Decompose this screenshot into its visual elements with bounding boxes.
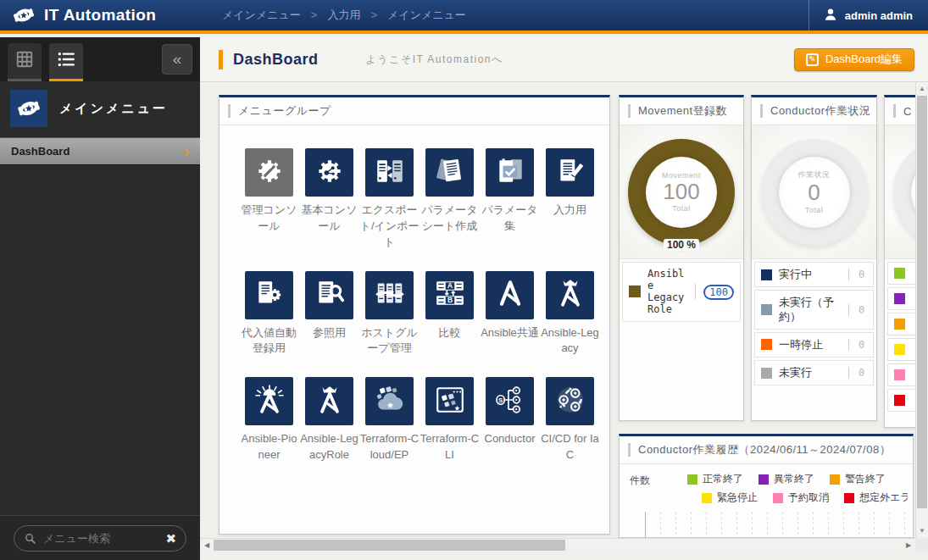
- chevron-right-icon: ›: [184, 144, 189, 159]
- history-legend-label: 予約取消: [788, 491, 829, 505]
- movement-legend-count: 100: [703, 285, 734, 300]
- grid-icon: [15, 50, 34, 72]
- sidebar-collapse-button[interactable]: «: [162, 44, 192, 75]
- menu-group-tile[interactable]: エクスポート/インポート: [359, 148, 420, 251]
- menu-group-tile[interactable]: Terraform-Cloud/EP: [359, 377, 420, 463]
- breadcrumb-item[interactable]: 入力用: [327, 8, 387, 23]
- menu-tile-label: パラメータ集: [480, 202, 540, 235]
- clipped-legend-row: [887, 262, 915, 285]
- menu-tile-label: 比較: [420, 325, 480, 341]
- conductor-history-title: Conductor作業履歴（2024/06/11～2024/07/08）: [638, 442, 891, 457]
- horizontal-scroll-thumb[interactable]: [214, 540, 565, 551]
- menu-tile-icon: [434, 155, 466, 191]
- menu-group-tile[interactable]: 管理コンソール: [239, 148, 299, 251]
- scroll-left-arrow-icon[interactable]: ◀: [201, 539, 213, 552]
- top-header: IT Automation メインメニュー入力用メインメニュー admin ad…: [0, 0, 928, 34]
- menu-tile-icon: [314, 155, 346, 191]
- status-legend-count: 0: [848, 367, 867, 379]
- menu-group-tile[interactable]: Ansible-LegacyRole: [299, 377, 359, 463]
- status-legend-count: 0: [848, 339, 867, 351]
- menu-tile-grid: 管理コンソール 基本コンソール エクスポート/インポート パラメータシート作成: [219, 125, 609, 463]
- menu-tile-label: 参照用: [299, 325, 359, 341]
- movement-total-value: 100: [663, 180, 699, 205]
- main-area: DashBoard ようこそIT Automationへ ✎ DashBoard…: [200, 37, 928, 560]
- scroll-up-arrow-icon[interactable]: ▲: [916, 83, 928, 95]
- clipped-donut-chart: [893, 139, 915, 246]
- menu-tile-icon: [314, 277, 346, 313]
- legend-color-swatch: [761, 269, 772, 280]
- menu-tile-icon: [434, 384, 466, 419]
- menu-group-tile[interactable]: 入力用: [540, 148, 600, 251]
- menu-group-tile[interactable]: S Conductor: [480, 377, 540, 463]
- scroll-down-arrow-icon[interactable]: ▼: [916, 525, 928, 537]
- menu-group-tile[interactable]: 代入値自動登録用: [239, 271, 299, 358]
- sidebar-search-area: ✖: [0, 515, 200, 560]
- menu-tile-icon: [314, 384, 346, 419]
- breadcrumb: メインメニュー入力用メインメニュー: [200, 8, 809, 23]
- history-legend-item: 異常終了: [759, 472, 814, 486]
- menu-tile-label: Ansible-Legacy: [540, 325, 600, 358]
- menu-tile-label: 代入値自動登録用: [239, 325, 299, 358]
- menu-tile-icon: [554, 155, 586, 191]
- sidebar-item-dashboard[interactable]: DashBoard ›: [0, 137, 200, 165]
- menu-tile-icon: AB: [434, 277, 466, 313]
- legend-color-swatch: [894, 369, 905, 380]
- menu-group-tile[interactable]: ホストグループ管理: [359, 271, 420, 358]
- menu-group-tile[interactable]: Ansible共通: [480, 271, 540, 358]
- legend-color-swatch: [894, 268, 905, 279]
- sidebar-tabbar: «: [0, 37, 200, 81]
- menu-group-tile[interactable]: 基本コンソール: [299, 148, 359, 251]
- menu-group-tile[interactable]: 参照用: [299, 271, 359, 358]
- scroll-right-arrow-icon[interactable]: ▶: [903, 539, 914, 552]
- status-legend-count: 0: [848, 304, 867, 316]
- tab-list-view[interactable]: [49, 43, 83, 81]
- horizontal-scrollbar[interactable]: ◀ ▶: [200, 538, 915, 552]
- menu-group-tile[interactable]: CI/CD for IaC: [540, 377, 600, 463]
- history-bar-chart-area: [645, 512, 913, 538]
- svg-text:S: S: [497, 396, 502, 404]
- breadcrumb-item[interactable]: メインメニュー: [222, 8, 327, 23]
- status-legend-label: 未実行: [779, 366, 842, 380]
- history-legend: 件数 正常終了 異常終了: [620, 464, 913, 510]
- status-legend-row: 一時停止 0: [754, 332, 874, 358]
- sidebar-menu-header: メインメニュー: [0, 81, 200, 137]
- history-legend-label: 想定外エラー: [859, 491, 908, 505]
- menu-tile-label: Ansible-Pioneer: [239, 431, 299, 463]
- legend-color-swatch: [773, 493, 783, 503]
- movement-count-panel: Movement登録数 Movement 100 Total 100 % Ans…: [619, 95, 744, 421]
- edit-pencil-icon: ✎: [806, 53, 819, 66]
- menu-search-box: ✖: [14, 525, 186, 552]
- app-logo-icon: [11, 3, 36, 28]
- menu-tile-icon: [253, 277, 286, 313]
- legend-color-swatch: [761, 368, 772, 379]
- menu-group-tile[interactable]: Terraform-CLI: [420, 377, 480, 463]
- legend-color-swatch: [761, 339, 772, 350]
- tab-grid-view[interactable]: [8, 43, 42, 81]
- menu-tile-label: CI/CD for IaC: [540, 431, 600, 463]
- menu-group-tile[interactable]: パラメータ集: [480, 148, 540, 251]
- breadcrumb-item[interactable]: メインメニュー: [387, 8, 466, 23]
- menu-tile-icon: [374, 384, 406, 419]
- status-legend-label: 未実行（予約）: [779, 296, 842, 324]
- panel-header: Movement登録数: [620, 97, 743, 125]
- menu-search-input[interactable]: [43, 532, 158, 545]
- dashboard-edit-button[interactable]: ✎ DashBoard編集: [794, 48, 914, 71]
- vertical-scrollbar[interactable]: ▲ ▼: [915, 82, 928, 538]
- panel-header: Conductor作業履歴（2024/06/11～2024/07/08）: [620, 436, 913, 464]
- panel-accent-bar: [228, 104, 231, 118]
- menu-tile-label: 管理コンソール: [239, 202, 299, 235]
- conductor-history-panel: Conductor作業履歴（2024/06/11～2024/07/08） 件数 …: [619, 434, 914, 538]
- menu-group-tile[interactable]: パラメータシート作成: [420, 148, 480, 251]
- legend-color-swatch: [759, 474, 769, 485]
- clipped-right-panel: C: [884, 95, 915, 428]
- menu-group-tile[interactable]: AB 比較: [420, 271, 480, 358]
- menu-group-tile[interactable]: Ansible-Pioneer: [239, 377, 299, 463]
- user-menu[interactable]: admin admin: [809, 0, 928, 30]
- panel-header: メニューグループ: [219, 97, 609, 125]
- clear-search-icon[interactable]: ✖: [165, 532, 176, 545]
- app-logo-area[interactable]: IT Automation: [0, 3, 200, 28]
- vertical-scroll-thumb[interactable]: [917, 96, 927, 508]
- menu-group-tile[interactable]: Ansible-Legacy: [540, 271, 600, 358]
- it-automation-app: IT Automation メインメニュー入力用メインメニュー admin ad…: [0, 0, 928, 560]
- panel-header: C: [885, 97, 915, 125]
